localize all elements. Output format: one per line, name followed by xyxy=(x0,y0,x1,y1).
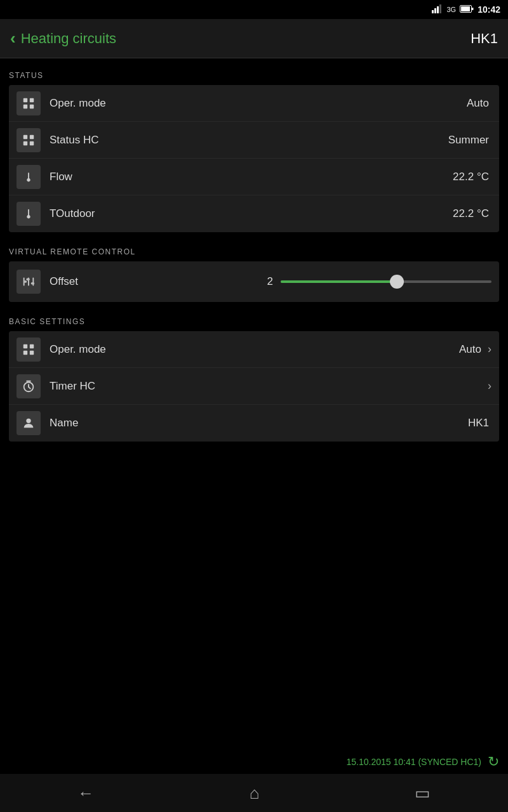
svg-rect-17 xyxy=(23,280,27,283)
flow-icon xyxy=(17,165,41,189)
nav-bar: ← ⌂ ▭ xyxy=(0,774,508,812)
status-hc-value: Summer xyxy=(448,134,489,147)
virtual-remote-card: Offset 2 xyxy=(9,261,499,302)
svg-rect-9 xyxy=(23,104,27,108)
offset-slider[interactable] xyxy=(281,280,491,283)
svg-rect-0 xyxy=(432,10,434,13)
offset-value: 2 xyxy=(260,275,273,288)
svg-rect-23 xyxy=(30,344,34,348)
svg-rect-13 xyxy=(23,141,27,145)
status-time: 10:42 xyxy=(478,4,500,15)
svg-rect-19 xyxy=(26,278,30,281)
signal-label: 3G xyxy=(447,6,457,13)
virtual-remote-label: VIRTUAL REMOTE CONTROL xyxy=(9,247,499,256)
oper-mode-status-value: Auto xyxy=(467,97,489,110)
svg-rect-15 xyxy=(27,171,30,172)
status-card: Oper. mode Auto Status HC Summer xyxy=(9,85,499,232)
header-badge: HK1 xyxy=(471,30,498,47)
svg-rect-25 xyxy=(30,350,34,354)
svg-rect-14 xyxy=(30,141,34,145)
battery-icon xyxy=(460,5,474,15)
svg-line-28 xyxy=(29,386,30,388)
offset-icon xyxy=(17,270,41,294)
toutdoor-icon xyxy=(17,202,41,226)
flow-label: Flow xyxy=(50,171,453,183)
offset-label: Offset xyxy=(50,275,260,288)
svg-rect-12 xyxy=(30,134,34,138)
status-icons: 3G 10:42 xyxy=(432,4,501,15)
name-value: HK1 xyxy=(468,417,489,429)
sync-bar: 15.10.2015 10:41 (SYNCED HC1) ↻ xyxy=(0,750,508,774)
basic-settings-card: Oper. mode Auto › Timer HC › xyxy=(9,331,499,442)
svg-rect-11 xyxy=(23,134,27,138)
settings-oper-mode-row[interactable]: Oper. mode Auto › xyxy=(9,331,499,368)
page-title: Heating circuits xyxy=(21,30,116,47)
svg-rect-24 xyxy=(23,350,27,354)
flow-value: 22.2 °C xyxy=(453,171,489,183)
refresh-icon[interactable]: ↻ xyxy=(488,754,499,770)
sync-text: 15.10.2015 10:41 (SYNCED HC1) xyxy=(347,757,481,767)
oper-mode-status-icon xyxy=(17,91,41,115)
svg-rect-1 xyxy=(434,8,436,13)
status-hc-row[interactable]: Status HC Summer xyxy=(9,122,499,159)
toutdoor-label: TOutdoor xyxy=(50,207,453,220)
timer-hc-row[interactable]: Timer HC › xyxy=(9,368,499,405)
back-button[interactable]: ‹ xyxy=(10,29,16,48)
status-hc-icon xyxy=(17,128,41,152)
settings-oper-mode-icon xyxy=(17,337,41,362)
svg-rect-6 xyxy=(472,8,474,10)
settings-oper-mode-chevron: › xyxy=(488,343,491,356)
status-section-label: STATUS xyxy=(9,71,499,80)
header: ‹ Heating circuits HK1 xyxy=(0,19,508,58)
name-row[interactable]: Name HK1 xyxy=(9,405,499,442)
offset-row: Offset 2 xyxy=(9,261,499,302)
main-content: STATUS Oper. mode Auto xyxy=(0,58,508,467)
slider-thumb[interactable] xyxy=(390,275,404,289)
name-label: Name xyxy=(50,417,468,429)
svg-rect-7 xyxy=(23,98,27,102)
slider-track-fill xyxy=(281,280,397,283)
basic-settings-label: BASIC SETTINGS xyxy=(9,317,499,326)
svg-rect-10 xyxy=(30,104,34,108)
toutdoor-value: 22.2 °C xyxy=(453,207,489,220)
flow-row[interactable]: Flow 22.2 °C xyxy=(9,159,499,195)
name-icon xyxy=(17,411,41,435)
back-nav-button[interactable]: ← xyxy=(77,783,94,803)
home-nav-button[interactable]: ⌂ xyxy=(250,783,260,803)
svg-point-30 xyxy=(26,419,30,423)
svg-rect-5 xyxy=(461,6,470,11)
svg-rect-22 xyxy=(23,344,27,348)
svg-rect-3 xyxy=(439,4,441,13)
timer-hc-chevron: › xyxy=(488,379,491,393)
svg-rect-8 xyxy=(30,98,34,102)
header-left: ‹ Heating circuits xyxy=(10,29,116,48)
recent-nav-button[interactable]: ▭ xyxy=(415,783,431,803)
status-hc-label: Status HC xyxy=(50,134,448,147)
status-bar: 3G 10:42 xyxy=(0,0,508,19)
settings-oper-mode-value: Auto xyxy=(459,343,481,356)
signal-icon xyxy=(432,4,443,15)
settings-oper-mode-label: Oper. mode xyxy=(50,343,459,356)
svg-rect-21 xyxy=(31,282,34,285)
status-oper-mode-row[interactable]: Oper. mode Auto xyxy=(9,85,499,122)
svg-rect-2 xyxy=(437,6,439,13)
timer-hc-label: Timer HC xyxy=(50,380,481,393)
oper-mode-status-label: Oper. mode xyxy=(50,97,467,110)
toutdoor-row[interactable]: TOutdoor 22.2 °C xyxy=(9,195,499,232)
timer-hc-icon xyxy=(17,374,41,398)
